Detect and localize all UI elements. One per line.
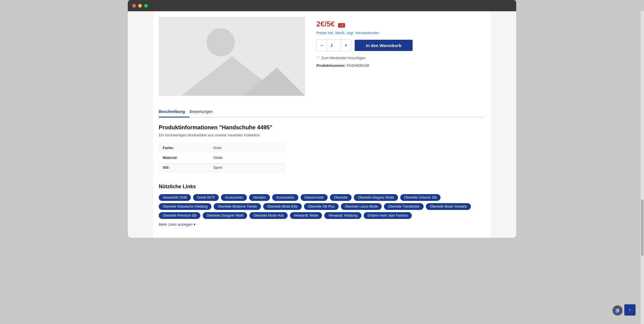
links-title: Nützliche Links bbox=[159, 184, 485, 190]
fullscreen-button[interactable] bbox=[144, 4, 148, 8]
tag-pill[interactable]: Oberteile Mode Hub bbox=[249, 212, 287, 219]
quantity-decrease-button[interactable]: − bbox=[317, 40, 327, 51]
svg-point-1 bbox=[207, 28, 235, 56]
page-content: 2€/5€ −2 Preise inkl. MwSt. zzgl. Versan… bbox=[128, 11, 516, 238]
wishlist-link[interactable]: ♡ Zum Merkzettel hinzufügen bbox=[316, 56, 485, 60]
product-number-label: Produktnummer: bbox=[316, 63, 346, 68]
attribute-value: Grün bbox=[209, 143, 285, 153]
heart-icon: ♡ bbox=[316, 56, 320, 60]
tag-pill[interactable]: Oberteile Trendsetter bbox=[384, 203, 424, 210]
tag-pill[interactable]: Hemden bbox=[249, 194, 270, 201]
attribute-value: Sport bbox=[209, 163, 285, 172]
tag-pill[interactable]: Verwandt: Mode bbox=[290, 212, 322, 219]
product-info-area: 2€/5€ −2 Preise inkl. MwSt. zzgl. Versan… bbox=[316, 17, 485, 96]
price-badge: −2 bbox=[338, 23, 345, 28]
attribute-key: Material: bbox=[159, 153, 209, 163]
product-info-title: Produktinformationen "Handschuhe 4495" bbox=[159, 124, 485, 131]
tag-pill[interactable]: Oberteile Eleganz Mode bbox=[354, 194, 398, 201]
product-number: Produktnummer: FASHION139 bbox=[316, 63, 485, 68]
tabs-bar: Beschreibung Bewertungen bbox=[159, 107, 485, 117]
product-number-value: FASHION139 bbox=[347, 63, 369, 68]
tag-pill[interactable]: Accessoires bbox=[221, 194, 247, 201]
main-container: 2€/5€ −2 Preise inkl. MwSt. zzgl. Versan… bbox=[153, 11, 491, 238]
quantity-input[interactable] bbox=[327, 40, 341, 51]
shipping-link[interactable]: Preise inkl. MwSt. zzgl. Versandkosten bbox=[316, 31, 485, 35]
attributes-table: Farbe: Grün Material: Seide Stil: Sport bbox=[159, 143, 285, 172]
wishlist-label: Zum Merkzettel hinzufügen bbox=[321, 56, 366, 60]
tag-pill[interactable]: Oberteile Moderne Trends bbox=[214, 203, 261, 210]
more-links-label: Mehr Links anzeigen bbox=[159, 222, 193, 227]
tag-pill[interactable]: Oberteile Klassische Kleidung bbox=[159, 203, 211, 210]
quantity-control: − + bbox=[316, 39, 351, 51]
add-to-cart-button[interactable]: In den Warenkorb bbox=[355, 40, 413, 51]
tag-pill[interactable]: Oberteile Mode Vorwärts bbox=[426, 203, 471, 210]
close-button[interactable] bbox=[132, 4, 136, 8]
tag-pill[interactable]: Oberteile bbox=[330, 194, 352, 201]
tag-pill[interactable]: Oberteile Urbaner Stil bbox=[400, 194, 440, 201]
table-row: Material: Seide bbox=[159, 153, 285, 163]
price-current: 2€/5€ bbox=[316, 20, 335, 28]
product-layout: 2€/5€ −2 Preise inkl. MwSt. zzgl. Versan… bbox=[159, 17, 485, 96]
price-area: 2€/5€ −2 bbox=[316, 20, 485, 28]
more-links-button[interactable]: Mehr Links anzeigen ▾ bbox=[159, 222, 196, 227]
browser-window: 2€/5€ −2 Preise inkl. MwSt. zzgl. Versan… bbox=[128, 0, 516, 238]
product-image bbox=[159, 17, 305, 96]
tag-pill[interactable]: Oberteile Luxus Mode bbox=[341, 203, 382, 210]
table-row: Farbe: Grün bbox=[159, 143, 285, 153]
scrollbar[interactable] bbox=[641, 11, 644, 238]
tag-pill[interactable]: Oberteile Premium Stil bbox=[159, 212, 200, 219]
tag-pill[interactable]: Verwandt: Kleidung bbox=[324, 212, 361, 219]
title-bar bbox=[128, 0, 516, 11]
tag-pill[interactable]: Erfahre mehr über Fashion bbox=[364, 212, 412, 219]
attribute-value: Seide bbox=[209, 153, 285, 163]
quantity-cart-row: − + In den Warenkorb bbox=[316, 39, 485, 51]
tab-beschreibung[interactable]: Beschreibung bbox=[159, 107, 189, 117]
tag-pill[interactable]: Sweatshirt 2348 bbox=[159, 194, 191, 201]
minimize-button[interactable] bbox=[138, 4, 142, 8]
scrollbar-thumb[interactable] bbox=[641, 199, 643, 238]
tag-pill[interactable]: Damenmode bbox=[301, 194, 328, 201]
tag-pill[interactable]: Accessoires bbox=[272, 194, 298, 201]
tag-pill[interactable]: Oberteile Designer Wahl bbox=[203, 212, 247, 219]
quantity-increase-button[interactable]: + bbox=[341, 40, 351, 51]
attribute-key: Stil: bbox=[159, 163, 209, 172]
product-image-area bbox=[159, 17, 305, 96]
tag-pill[interactable]: Gürtel 8473 bbox=[193, 194, 219, 201]
tags-container: Sweatshirt 2348Gürtel 8473AccessoiresHem… bbox=[159, 194, 485, 219]
chevron-down-icon: ▾ bbox=[194, 222, 196, 227]
table-row: Stil: Sport bbox=[159, 163, 285, 172]
tag-pill[interactable]: Oberteile Stil Plus bbox=[304, 203, 339, 210]
attribute-key: Farbe: bbox=[159, 143, 209, 153]
product-subtitle: Ein hochwertiges Modeartikel aus unserer… bbox=[159, 133, 485, 137]
tag-pill[interactable]: Oberteile Mode Elite bbox=[263, 203, 302, 210]
tab-bewertungen[interactable]: Bewertungen bbox=[189, 107, 217, 117]
